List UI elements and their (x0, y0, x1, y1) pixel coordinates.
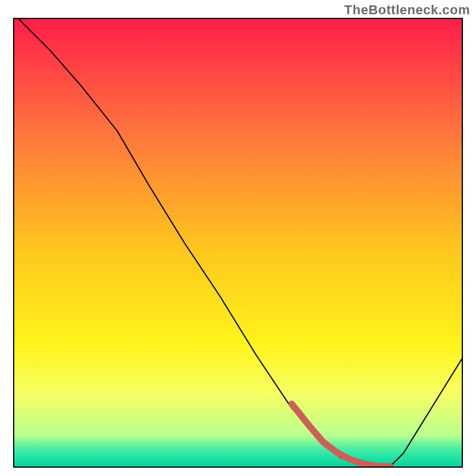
chart-plot-area (13, 18, 463, 468)
chart-lines-layer (14, 19, 462, 466)
highlight-dot (358, 460, 364, 466)
watermark-text: TheBottleneck.com (345, 2, 470, 18)
highlight-dot (338, 453, 344, 459)
bottleneck-curve (19, 19, 462, 466)
